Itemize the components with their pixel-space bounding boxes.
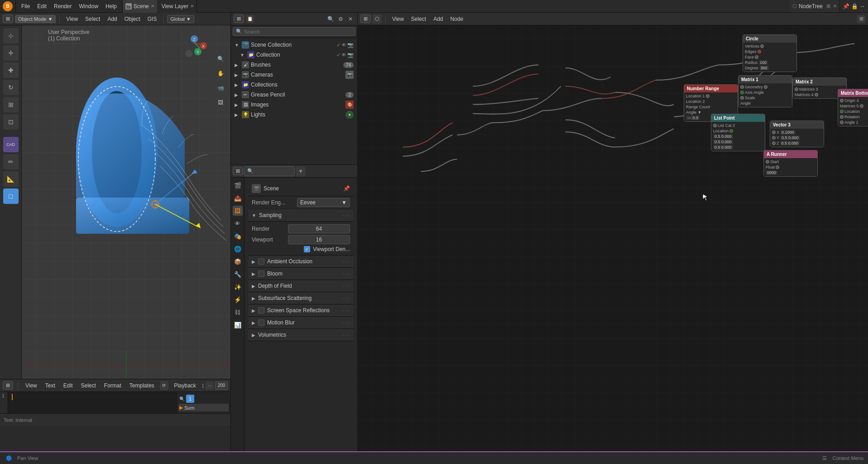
np-ar-out[interactable] (776, 165, 779, 169)
node-select-menu[interactable]: Select (408, 15, 429, 23)
np-m2-in[interactable] (795, 87, 798, 91)
np-mb-in[interactable] (840, 99, 844, 102)
collection-item[interactable]: ▼ 📁 Collection ✓ 👁 📷 (231, 50, 357, 60)
sampling-section-header[interactable]: ▼ Sampling ··· (248, 209, 354, 222)
menu-render[interactable]: Render (51, 2, 74, 10)
outliner-type-btn[interactable]: ⊞ (234, 14, 244, 23)
viewport-3d[interactable]: ⊹ ✛ ✚ ↻ ⊞ ⊡ CAD ✏ 📐 □ User Perspective (… (0, 25, 230, 379)
gis-menu[interactable]: GIS (144, 15, 159, 23)
te-view-menu[interactable]: View (23, 382, 40, 390)
bloom-checkbox[interactable] (258, 271, 264, 277)
render-preview-btn[interactable]: 🖼 (214, 96, 227, 109)
sync-btn[interactable]: ↔ (206, 382, 214, 390)
viewlayer-tab-close[interactable]: ✕ (190, 4, 194, 9)
transform-tool[interactable]: ⊡ (3, 114, 19, 130)
ssr-section[interactable]: ▶ Screen Space Reflections ··· (248, 304, 354, 317)
node-canvas[interactable]: Circle Vertices Edges Face (358, 25, 868, 451)
np-m1-in[interactable] (740, 85, 744, 89)
vol-dots[interactable]: ··· (343, 332, 350, 338)
np-mb-loc-in[interactable] (840, 110, 844, 113)
te-playback-menu[interactable]: Playback (171, 382, 199, 390)
col-cam[interactable]: 📷 (347, 52, 354, 58)
tab-object-icon[interactable]: 📦 (233, 256, 243, 266)
frame-end-input[interactable]: 200 (215, 382, 228, 390)
script-search-icon[interactable]: 🔍 (179, 396, 185, 401)
te-select-menu[interactable]: Select (78, 382, 98, 390)
node-vector3[interactable]: Vector 3 X 0.1000 Y 0.5 0.000 Z (770, 121, 824, 147)
np-mb-rot-in[interactable] (840, 115, 844, 119)
te-edit-menu[interactable]: Edit (61, 382, 76, 390)
camera-btn[interactable]: 📹 (214, 82, 227, 94)
menu-file[interactable]: File (19, 2, 33, 10)
mb-section[interactable]: ▶ Motion Blur ··· (248, 317, 354, 329)
pan-btn[interactable]: ✋ (214, 67, 227, 80)
props-filter-btn[interactable]: ▼ (296, 166, 306, 176)
te-text-menu[interactable]: Text (43, 382, 58, 390)
props-type-btn[interactable]: ⊞ (233, 167, 243, 175)
cad-tool[interactable]: CAD (3, 137, 19, 152)
dof-dots[interactable]: ··· (343, 283, 350, 289)
menu-window[interactable]: Window (76, 2, 101, 10)
search-input[interactable] (244, 29, 352, 34)
filter-icon[interactable]: 🔍 (326, 15, 335, 23)
vol-section[interactable]: ▶ Volumetrics ··· (248, 329, 354, 341)
render-value[interactable]: 64 (288, 224, 350, 233)
node-editor[interactable]: ⊞ ⬡ View Select Add Node ⊞ (358, 13, 868, 451)
node-a-runner[interactable]: A Runner Start Float 0000 (763, 150, 818, 177)
node-view-menu[interactable]: View (389, 15, 407, 23)
nodetree-tab-label[interactable]: NodeTree (799, 3, 823, 10)
cameras-item[interactable]: ▶ 📷 Cameras 📷 (231, 70, 357, 80)
select-tool[interactable]: ⊹ (3, 28, 19, 44)
tab-view-icon[interactable]: 👁 (233, 218, 243, 228)
np-mb-ang-in[interactable] (840, 121, 844, 124)
settings-icon[interactable]: ⚙ (336, 15, 345, 23)
viewport-den-check[interactable]: ✓ (304, 246, 310, 252)
tab-render-icon[interactable]: 🖼 (233, 206, 243, 216)
ssr-checkbox[interactable] (258, 307, 264, 314)
tab-data-icon[interactable]: 📊 (233, 320, 243, 330)
collections-item[interactable]: ▶ 📁 Collections (231, 80, 357, 90)
te-templates-menu[interactable]: Templates (127, 382, 157, 390)
scene-tab-close[interactable]: ✕ (151, 4, 154, 9)
sc-check[interactable]: ✓ (336, 42, 340, 48)
np-v3-x[interactable] (772, 130, 776, 134)
tab-world-icon[interactable]: 🌐 (233, 244, 243, 254)
nodetree-tab-close[interactable]: ✕ (833, 4, 837, 9)
blender-logo[interactable]: B (3, 1, 13, 11)
np-ar-in[interactable] (766, 160, 769, 164)
viewlayer-tab-label[interactable]: View Layer (162, 3, 188, 10)
node-mode-icon[interactable]: ⬡ (373, 14, 382, 24)
node-matrix1[interactable]: Matrix 1 Geometry Axis Angle Scale (738, 75, 792, 107)
tab-scene-props-icon[interactable]: 🎭 (233, 231, 243, 241)
bloom-dots[interactable]: ··· (343, 271, 350, 277)
tab-scene-icon[interactable]: 🎬 (233, 180, 243, 190)
node-circle[interactable]: Circle Vertices Edges Face (743, 34, 797, 72)
tab-constraints-icon[interactable]: ⛓ (233, 307, 243, 317)
menu-help[interactable]: Help (103, 2, 120, 10)
transform-btn[interactable]: Global ▼ (167, 15, 194, 23)
sc-eye[interactable]: 👁 (341, 42, 346, 48)
add-menu[interactable]: Add (105, 15, 120, 23)
ssr-dots[interactable]: ··· (343, 307, 350, 314)
node-add-menu[interactable]: Add (431, 15, 446, 23)
np-lp-loc[interactable] (729, 129, 733, 133)
pin-btn[interactable]: 📌 (843, 3, 849, 10)
object-menu[interactable]: Object (122, 15, 143, 23)
brushes-item[interactable]: ▶ 🖌 Brushes 74 (231, 60, 357, 70)
dof-section[interactable]: ▶ Depth of Field ··· (248, 280, 354, 292)
np-vertices-out[interactable] (760, 44, 764, 48)
view-menu[interactable]: View (63, 15, 81, 23)
sc-cam[interactable]: 📷 (347, 42, 354, 48)
node-matrix-bottom[interactable]: Matrix Bottom Origin 4 Matrices 5 Locati… (838, 89, 868, 126)
scene-collection-item[interactable]: ▼ 🎬 Scene Collection ✓ 👁 📷 (231, 40, 357, 50)
col-eye[interactable]: 👁 (341, 52, 346, 58)
bloom-section[interactable]: ▶ Bloom ··· (248, 268, 354, 280)
np-nr-out1[interactable] (706, 94, 710, 98)
text-content[interactable] (8, 392, 176, 413)
np-lp-in[interactable] (713, 124, 717, 127)
np-m1-axis[interactable] (740, 91, 744, 94)
images-item[interactable]: ▶ 🖼 Images 🎨 (231, 100, 357, 110)
sss-dots[interactable]: ··· (343, 295, 350, 301)
col-check[interactable]: ✓ (336, 52, 340, 58)
props-search-input[interactable] (255, 169, 292, 174)
